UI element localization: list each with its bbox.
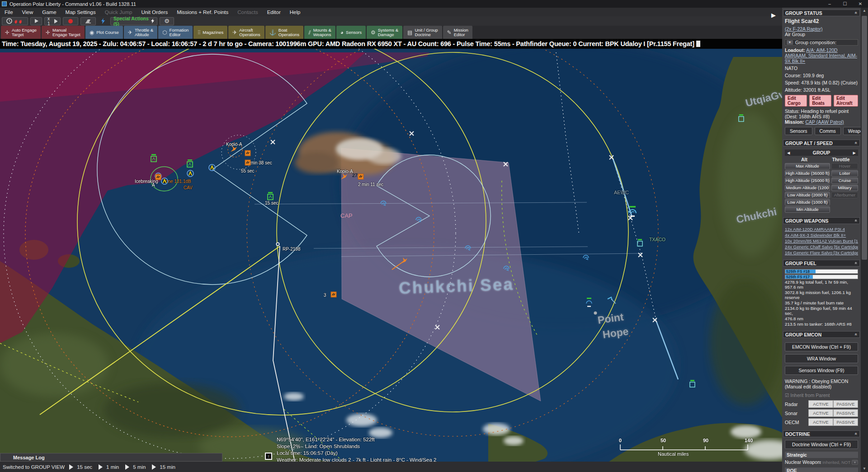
weapon-link[interactable]: 16x Generic Flare Salvo [3x Cartridges, … xyxy=(785,250,858,255)
weapon-link[interactable]: 10x 20mm/85 M61A2 Vulcan Burst [100 rnd xyxy=(785,238,858,243)
time-step-1-min[interactable]: 1 min xyxy=(99,464,119,470)
tab-doctrine[interactable]: ▤Unit / Group Doctrine xyxy=(403,26,442,39)
alt-button-2[interactable]: High Altitude (25000 ft) xyxy=(785,178,830,184)
play-x1-button[interactable]: x 1 xyxy=(44,17,61,25)
alt-button-6[interactable]: Min Altitude xyxy=(785,206,830,213)
menu-item-view[interactable]: View xyxy=(18,9,38,16)
doctrine-header[interactable]: DOCTRINE « xyxy=(783,430,860,437)
flames-icon xyxy=(14,18,24,24)
tab-plot-course[interactable]: ◉Plot Course xyxy=(85,26,123,39)
edit-aircraft-button[interactable]: Edit Aircraft xyxy=(834,95,858,107)
group-composition-bar[interactable]: ▼ Group composition: xyxy=(785,39,858,46)
map-label: CAP xyxy=(340,212,353,219)
window-close-button[interactable]: ✕ xyxy=(853,0,868,8)
group-status-header[interactable]: GROUP STATUS « xyxy=(783,9,860,16)
tab-sensors[interactable]: ◕Sensors xyxy=(336,26,366,39)
bottom-status-bar: Switched to GROUP VIEW 15 sec1 min5 min1… xyxy=(0,462,868,472)
passive-toggle-oecm[interactable]: PASSIVE xyxy=(833,418,858,426)
emcon-button-2[interactable]: Sensors Window (F9) xyxy=(785,366,858,375)
time-step-label: 15 min xyxy=(160,464,175,470)
tab-boat-ops[interactable]: ⚓Boat Operations xyxy=(265,26,303,39)
tab-formation[interactable]: ⬡Formation Editor xyxy=(158,26,193,39)
window-minimize-button[interactable]: – xyxy=(822,0,837,8)
scrollbar-thumb[interactable] xyxy=(862,16,867,260)
tab-engage-manual[interactable]: ✛Manual Engage Target xyxy=(42,26,85,39)
time-step-15-min[interactable]: 15 min xyxy=(152,464,175,470)
comms-window-button[interactable]: Comms xyxy=(815,127,841,135)
mission-link[interactable]: CAP (AAW Patrol) xyxy=(806,119,844,125)
tab-mission-editor[interactable]: ✎Mission Editor xyxy=(443,26,472,39)
tab-aircraft-ops[interactable]: ✈Aircraft Operations xyxy=(228,26,264,39)
scroll-down-icon[interactable]: ▼ xyxy=(861,466,868,472)
passive-toggle-sonar[interactable]: PASSIVE xyxy=(833,409,858,417)
message-log-bar[interactable]: Message Log xyxy=(0,453,222,462)
record-button[interactable] xyxy=(63,17,78,25)
fuel-bar-label: 525th FS #18 xyxy=(786,270,810,274)
tab-mounts-weapons[interactable]: ⫽Mounts & Weapons xyxy=(304,26,335,39)
play-button[interactable] xyxy=(30,17,42,25)
time-compression-button[interactable] xyxy=(2,17,28,25)
emcon-button-1[interactable]: WRA Window xyxy=(785,354,858,363)
passive-toggle-radar[interactable]: PASSIVE xyxy=(833,400,858,408)
weapon-link[interactable]: 4x AIM-9X-3 Sidewinder Blk II+ xyxy=(785,233,858,238)
scroll-up-icon[interactable]: ▲ xyxy=(861,8,868,14)
fuel-info-line: 35.7 kg / minute fuel burn rate xyxy=(785,300,858,305)
weapon-link[interactable]: 24x Generic Chaff Salvo [5x Cartridges] xyxy=(785,244,858,249)
eraser-button[interactable] xyxy=(80,17,96,25)
time-step-5-min[interactable]: 5 min xyxy=(125,464,146,470)
sensor-name-label: Sonar xyxy=(785,411,808,416)
group-fuel-header[interactable]: GROUP FUEL « xyxy=(783,260,860,266)
sidebar-expand-arrow[interactable]: ▶ xyxy=(771,12,776,19)
systems-damage-label: Systems & Damage xyxy=(378,28,398,37)
weapon-link[interactable]: 12x AIM-120D AMRAAM P3I.4 xyxy=(785,227,858,232)
menu-item-help[interactable]: Help xyxy=(285,9,305,16)
menu-item-game[interactable]: Game xyxy=(38,9,61,16)
map-label: 3 xyxy=(324,293,326,298)
menu-item-unit-orders[interactable]: Unit Orders xyxy=(137,9,172,16)
alt-button-3[interactable]: Medium Altitude (1200 xyxy=(785,185,830,191)
menu-item-file[interactable]: File xyxy=(0,9,18,16)
throttle-button-3[interactable]: Military xyxy=(831,185,858,191)
doctrine-window-button[interactable]: Doctrine Window (Ctrl + F9) xyxy=(785,440,858,449)
emcon-button-0[interactable]: EMCON Window (Ctrl + F9) xyxy=(785,342,858,351)
window-maximize-button[interactable]: ☐ xyxy=(837,0,853,8)
settings-button[interactable]: ⚙ xyxy=(160,17,174,25)
time-step-15-sec[interactable]: 15 sec xyxy=(69,464,92,470)
quick-action-button[interactable] xyxy=(98,17,108,25)
altitude-value: Altitude: 32001 ft ASL xyxy=(785,87,858,93)
alt-button-5[interactable]: Low Altitude (1000 ft) xyxy=(785,199,830,206)
group-next-arrow[interactable]: ► xyxy=(852,150,857,155)
active-toggle-oecm[interactable]: ACTIVE xyxy=(808,418,833,426)
active-toggle-radar[interactable]: ACTIVE xyxy=(808,400,833,408)
sidebar-scrollbar[interactable]: ▲ ▼ xyxy=(861,8,868,472)
menu-item-map-settings[interactable]: Map Settings xyxy=(61,9,100,16)
aircraft-type-link[interactable]: (2x F-22A Raptor) xyxy=(785,26,822,32)
group-prev-arrow[interactable]: ◄ xyxy=(786,150,791,155)
tab-magazines[interactable]: ⫶⫶Magazines xyxy=(193,26,227,39)
sensors-window-button[interactable]: Sensors xyxy=(785,127,812,135)
group-emcon-header[interactable]: GROUP EMCON « xyxy=(783,331,860,338)
sensor-name-label: Radar xyxy=(785,402,808,407)
group-alt-speed-panel: ◄ GROUP ► Alt Throttle Max AltitudeHover… xyxy=(782,146,861,215)
alt-button-0[interactable]: Max Altitude xyxy=(785,163,830,169)
active-toggle-sonar[interactable]: ACTIVE xyxy=(808,409,833,417)
menu-item-missions-ref-points[interactable]: Missions + Ref. Points xyxy=(172,9,233,16)
group-weapons-header[interactable]: GROUP WEAPONS « xyxy=(783,217,860,224)
time-step-label: 15 sec xyxy=(77,464,92,470)
tab-systems-damage[interactable]: ⚙Systems & Damage xyxy=(367,26,402,39)
alt-button-4[interactable]: Low Altitude (2000 ft) xyxy=(785,192,830,198)
throttle-button-2[interactable]: Cruise xyxy=(831,178,858,184)
alt-button-1[interactable]: High Altitude (36000 ft) xyxy=(785,170,830,177)
throttle-button-1[interactable]: Loiter xyxy=(831,170,858,177)
group-alt-speed-header[interactable]: GROUP ALT / SPEED « xyxy=(783,140,860,146)
tab-engage-auto[interactable]: ✛Auto Engage Target xyxy=(1,26,41,39)
menu-item-editor[interactable]: Editor xyxy=(263,9,285,16)
alt-speed-title: GROUP ALT / SPEED xyxy=(785,140,833,146)
inherit-checkbox-row[interactable]: ☑ Inherit from Parent xyxy=(785,393,858,398)
special-actions-button[interactable]: Special Actions (5) xyxy=(110,17,157,25)
edit-cargo-button[interactable]: Edit Cargo xyxy=(785,95,807,107)
tactical-map[interactable]: Kopio-A9 min 38 sec55 sec15 secIcebreaki… xyxy=(0,49,782,462)
play-icon xyxy=(34,19,39,23)
edit-boats-button[interactable]: Edit Boats xyxy=(809,95,831,107)
tab-throttle[interactable]: ✈Throttle & Altitude xyxy=(124,26,157,39)
